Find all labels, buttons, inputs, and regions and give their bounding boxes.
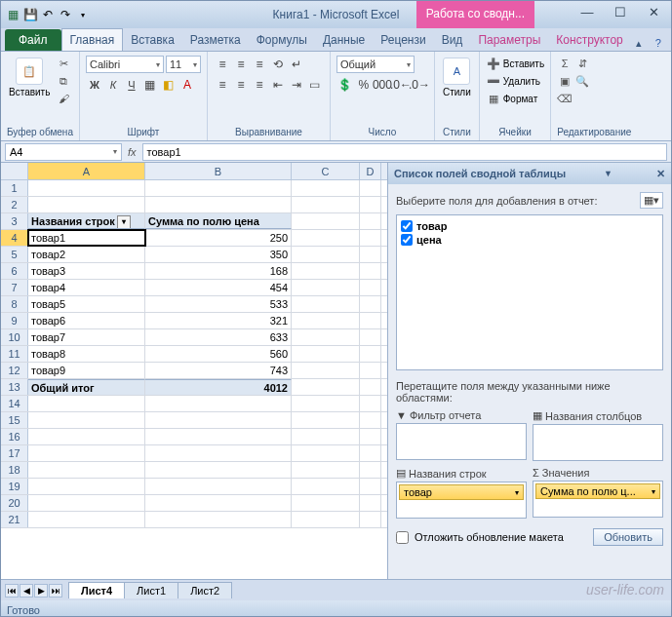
row-header[interactable]: 12 (1, 363, 28, 378)
inc-decimal-icon[interactable]: .0← (392, 76, 410, 94)
cell[interactable] (360, 247, 381, 262)
cell[interactable] (292, 429, 360, 444)
cell[interactable] (292, 396, 360, 411)
indent-inc-icon[interactable]: ⇥ (288, 76, 305, 94)
tab-data[interactable]: Данные (315, 29, 373, 51)
cell[interactable]: 454 (145, 280, 292, 295)
cell[interactable]: 560 (145, 346, 292, 362)
name-box[interactable]: A4▾ (5, 143, 122, 161)
row-header[interactable]: 3 (1, 213, 28, 229)
cell[interactable] (28, 462, 145, 478)
wrap-text-icon[interactable]: ↵ (288, 56, 305, 73)
tab-file[interactable]: Файл (5, 29, 61, 51)
sort-filter-icon[interactable]: ⇵ (574, 56, 590, 71)
cell[interactable] (292, 296, 360, 312)
font-size-combo[interactable]: 11▾ (166, 56, 201, 73)
cell[interactable] (360, 230, 381, 246)
row-header[interactable]: 9 (1, 313, 28, 328)
cell[interactable]: 168 (145, 263, 292, 279)
cell[interactable] (360, 495, 381, 511)
redo-icon[interactable]: ↷ (58, 7, 73, 22)
cell[interactable] (292, 412, 360, 428)
font-color-button[interactable]: A (178, 76, 196, 94)
cell[interactable] (28, 445, 145, 461)
tab-home[interactable]: Главная (61, 28, 124, 51)
row-header[interactable]: 11 (1, 346, 28, 362)
select-all-corner[interactable] (1, 163, 28, 179)
row-field-chip[interactable]: товар▾ (399, 484, 524, 500)
cell[interactable] (145, 429, 292, 444)
row-header[interactable]: 13 (1, 379, 28, 395)
pivot-row-header[interactable]: Названия строк▾ (28, 213, 145, 229)
align-left-icon[interactable]: ≡ (214, 76, 231, 94)
indent-dec-icon[interactable]: ⇤ (269, 76, 287, 94)
cell[interactable] (360, 412, 381, 428)
sheet-tab-active[interactable]: Лист4 (68, 582, 125, 598)
cell[interactable]: 533 (145, 296, 292, 312)
cell[interactable]: товар2 (28, 247, 145, 262)
help-icon[interactable]: ? (651, 35, 666, 51)
cell[interactable] (145, 512, 292, 527)
row-header[interactable]: 17 (1, 445, 28, 461)
row-header[interactable]: 14 (1, 396, 28, 411)
minimize-button[interactable]: — (573, 3, 601, 20)
field-checkbox[interactable] (401, 220, 413, 232)
row-header[interactable]: 10 (1, 329, 28, 345)
delete-cells-button[interactable]: ➖Удалить (486, 73, 540, 89)
cell[interactable] (360, 346, 381, 362)
tab-insert[interactable]: Вставка (123, 29, 182, 51)
percent-icon[interactable]: % (355, 76, 373, 94)
field-checkbox[interactable] (401, 234, 413, 246)
tab-designer[interactable]: Конструктор (548, 29, 630, 51)
cell[interactable] (360, 313, 381, 328)
col-header-b[interactable]: B (145, 163, 292, 179)
row-header[interactable]: 21 (1, 512, 28, 527)
cell[interactable] (292, 512, 360, 527)
row-header[interactable]: 20 (1, 495, 28, 511)
zone-rows[interactable]: товар▾ (396, 482, 527, 519)
cell[interactable] (360, 329, 381, 345)
close-button[interactable]: ✕ (640, 3, 667, 20)
field-item-cena[interactable]: цена (401, 233, 658, 247)
col-header-c[interactable]: C (292, 163, 360, 179)
paste-button[interactable]: 📋 Вставить (7, 56, 52, 99)
cell[interactable]: 321 (145, 313, 292, 328)
tab-review[interactable]: Рецензи (373, 29, 433, 51)
pane-close-icon[interactable]: ✕ (656, 168, 665, 180)
cell[interactable] (360, 445, 381, 461)
cell[interactable] (360, 363, 381, 378)
cell[interactable]: товар3 (28, 263, 145, 279)
merge-icon[interactable]: ▭ (306, 76, 324, 94)
row-header[interactable]: 1 (1, 180, 28, 196)
currency-icon[interactable]: 💲 (336, 76, 354, 94)
zone-values[interactable]: Сумма по полю ц...▾ (533, 481, 663, 518)
row-header[interactable]: 16 (1, 429, 28, 444)
cell[interactable] (145, 445, 292, 461)
tab-view[interactable]: Вид (434, 29, 471, 51)
cell[interactable]: товар5 (28, 296, 145, 312)
row-header[interactable]: 19 (1, 479, 28, 494)
orientation-icon[interactable]: ⟲ (269, 56, 287, 73)
cell[interactable] (28, 512, 145, 527)
tab-layout[interactable]: Разметка (182, 29, 249, 51)
fill-color-button[interactable]: ◧ (160, 76, 178, 94)
defer-update-checkbox[interactable] (396, 531, 409, 544)
cell[interactable] (292, 479, 360, 494)
dec-decimal-icon[interactable]: .0→ (411, 76, 428, 94)
cell-grid[interactable]: 1 2 3 Названия строк▾ Сумма по полю цена… (1, 180, 387, 579)
cell[interactable] (360, 280, 381, 295)
zone-columns[interactable] (533, 424, 663, 461)
cell[interactable]: 743 (145, 363, 292, 378)
col-header-d[interactable]: D (360, 163, 381, 179)
tab-nav-next-icon[interactable]: ▶ (34, 584, 48, 598)
cell[interactable]: 250 (145, 230, 292, 246)
styles-button[interactable]: A Стили (441, 56, 473, 99)
cell[interactable] (292, 363, 360, 378)
fx-button[interactable]: fx (128, 146, 137, 158)
tab-nav-prev-icon[interactable]: ◀ (20, 584, 33, 598)
cell[interactable] (145, 495, 292, 511)
row-header[interactable]: 8 (1, 296, 28, 312)
minimize-ribbon-icon[interactable]: ▴ (631, 35, 647, 51)
undo-icon[interactable]: ↶ (40, 7, 56, 22)
align-center-icon[interactable]: ≡ (232, 76, 250, 94)
